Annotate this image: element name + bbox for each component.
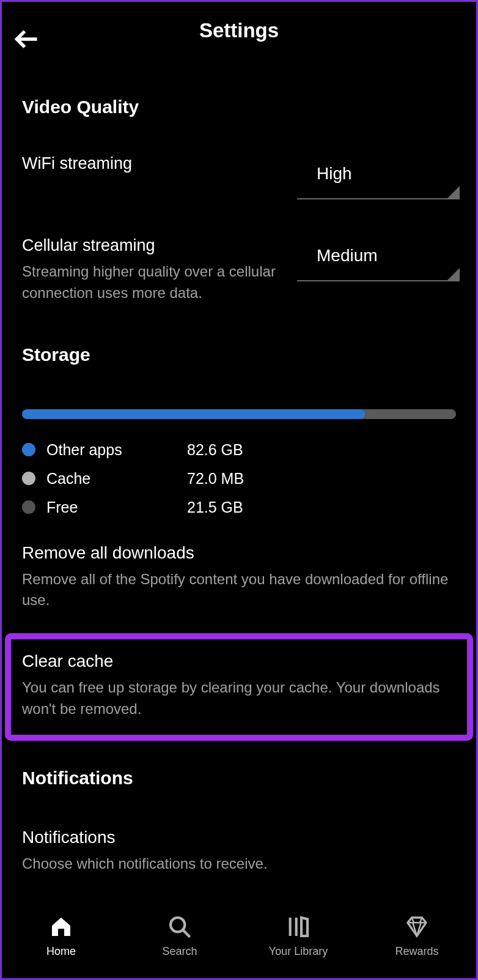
- legend-dot: [22, 472, 35, 485]
- cellular-streaming-desc: Streaming higher quality over a cellular…: [22, 261, 291, 304]
- bottom-nav: Home Search Your Library Rewards: [2, 893, 476, 978]
- nav-library-label: Your Library: [269, 945, 328, 958]
- remove-all-downloads-button[interactable]: Remove all downloads Remove all of the S…: [22, 543, 456, 612]
- cellular-streaming-row: Cellular streaming Streaming higher qual…: [22, 236, 456, 304]
- legend-value: 21.5 GB: [187, 499, 243, 516]
- home-icon: [48, 913, 75, 940]
- nav-search-label: Search: [162, 945, 197, 958]
- library-icon: [285, 913, 312, 940]
- storage-legend: Other apps 82.6 GB Cache 72.0 MB Free 21…: [22, 441, 456, 516]
- legend-dot: [22, 443, 35, 456]
- clear-cache-highlight: Clear cache You can free up storage by c…: [5, 633, 473, 741]
- nav-home[interactable]: Home: [2, 913, 120, 958]
- cellular-streaming-value: Medium: [297, 241, 456, 280]
- clear-cache-title: Clear cache: [22, 651, 456, 671]
- nav-home-label: Home: [46, 945, 76, 958]
- legend-label: Cache: [46, 470, 187, 488]
- legend-row-other-apps: Other apps 82.6 GB: [22, 441, 456, 459]
- back-button[interactable]: [10, 22, 44, 56]
- cellular-streaming-label: Cellular streaming: [22, 236, 291, 255]
- cellular-streaming-dropdown[interactable]: Medium: [297, 241, 456, 281]
- wifi-streaming-dropdown[interactable]: High: [297, 159, 456, 199]
- nav-search[interactable]: Search: [120, 913, 239, 958]
- legend-value: 72.0 MB: [187, 470, 244, 488]
- legend-row-cache: Cache 72.0 MB: [22, 470, 456, 488]
- settings-content: Video Quality WiFi streaming High Cellul…: [0, 97, 478, 875]
- page-title: Settings: [12, 19, 466, 42]
- storage-bar-fill: [22, 409, 365, 419]
- clear-cache-button[interactable]: Clear cache You can free up storage by c…: [22, 651, 456, 720]
- arrow-left-icon: [13, 26, 40, 53]
- remove-downloads-desc: Remove all of the Spotify content you ha…: [22, 569, 456, 612]
- legend-dot: [22, 500, 35, 514]
- search-icon: [166, 913, 193, 940]
- section-heading-video-quality: Video Quality: [22, 97, 456, 117]
- notifications-title: Notifications: [22, 828, 456, 847]
- legend-label: Other apps: [46, 441, 187, 459]
- header-bar: Settings: [0, 0, 478, 61]
- svg-line-2: [183, 930, 190, 937]
- clear-cache-desc: You can free up storage by clearing your…: [22, 677, 456, 720]
- storage-bar: [22, 409, 456, 419]
- section-heading-storage: Storage: [22, 344, 456, 365]
- legend-row-free: Free 21.5 GB: [22, 499, 456, 516]
- nav-library[interactable]: Your Library: [239, 913, 358, 958]
- dropdown-triangle-icon: [446, 186, 460, 199]
- notifications-desc: Choose which notifications to receive.: [22, 853, 456, 875]
- nav-rewards[interactable]: Rewards: [358, 913, 476, 958]
- nav-rewards-label: Rewards: [395, 945, 438, 958]
- remove-downloads-title: Remove all downloads: [22, 543, 456, 563]
- wifi-streaming-row: WiFi streaming High: [22, 154, 456, 199]
- notifications-button[interactable]: Notifications Choose which notifications…: [22, 828, 456, 875]
- section-heading-notifications: Notifications: [22, 768, 456, 789]
- diamond-icon: [403, 913, 430, 940]
- dropdown-triangle-icon: [446, 268, 460, 281]
- wifi-streaming-value: High: [297, 159, 456, 198]
- svg-point-1: [171, 918, 185, 932]
- legend-label: Free: [46, 499, 187, 516]
- wifi-streaming-label: WiFi streaming: [22, 154, 291, 173]
- legend-value: 82.6 GB: [187, 441, 243, 459]
